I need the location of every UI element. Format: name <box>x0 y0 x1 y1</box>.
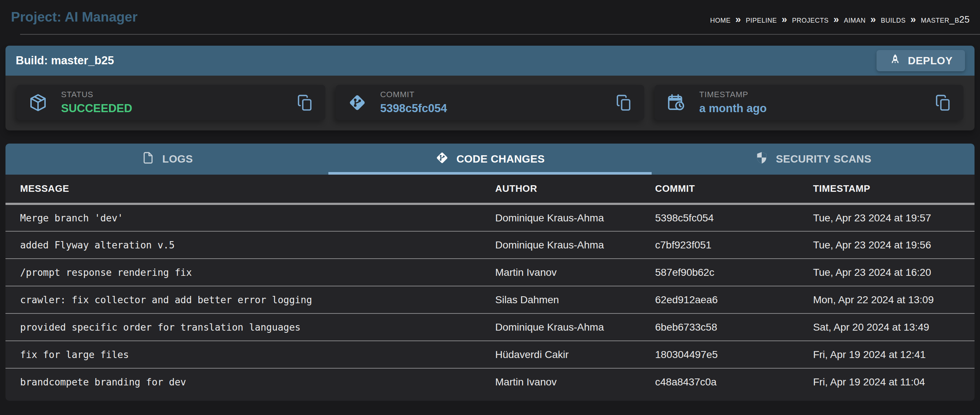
breadcrumb-pipeline[interactable]: pipeline <box>746 14 777 25</box>
cell-author: Dominique Kraus-Ahma <box>495 231 655 259</box>
table-row: provided specific order for translation … <box>5 314 975 341</box>
breadcrumb-separator: » <box>782 14 788 25</box>
copy-icon <box>296 94 314 111</box>
commit-value: 5398c5fc054 <box>380 102 447 115</box>
cell-timestamp: Fri, Apr 19 2024 at 11:04 <box>813 368 975 396</box>
cell-author: Martin Ivanov <box>495 368 655 396</box>
table-row: crawler: fix collector and add better er… <box>5 286 975 314</box>
deploy-button-label: DEPLOY <box>908 55 953 67</box>
copy-status-button[interactable] <box>296 94 314 111</box>
cell-timestamp: Tue, Apr 23 2024 at 19:57 <box>813 204 975 231</box>
breadcrumb-separator: » <box>870 14 876 25</box>
cell-timestamp: Mon, Apr 22 2024 at 13:09 <box>813 286 975 314</box>
tab-code-changes-label: CODE CHANGES <box>457 153 545 165</box>
document-icon <box>141 151 155 167</box>
cell-message: provided specific order for translation … <box>5 314 495 341</box>
timestamp-card: TIMESTAMP a month ago <box>655 85 964 120</box>
tab-logs-label: LOGS <box>162 153 193 165</box>
tab-logs[interactable]: LOGS <box>5 144 328 174</box>
git-branch-icon <box>435 151 449 167</box>
cell-timestamp: Tue, Apr 23 2024 at 16:20 <box>813 259 975 286</box>
breadcrumb-separator: » <box>834 14 839 25</box>
deploy-button[interactable]: DEPLOY <box>877 50 965 71</box>
timestamp-label: TIMESTAMP <box>699 90 767 99</box>
tab-bar: LOGS CODE CHANGES <box>5 144 975 174</box>
column-header-commit: COMMIT <box>655 174 813 204</box>
copy-icon <box>934 94 952 111</box>
cell-timestamp: Sat, Apr 20 2024 at 13:49 <box>813 314 975 341</box>
commits-table-header: MESSAGE AUTHOR COMMIT TIMESTAMP <box>5 174 975 204</box>
page-title: Project: AI Manager <box>11 10 137 25</box>
calendar-clock-icon <box>666 93 686 112</box>
tab-security-scans[interactable]: SECURITY SCANS <box>652 144 975 174</box>
cell-commit: 6beb6733c58 <box>655 314 813 341</box>
cell-message: added Flyway alteration v.5 <box>5 231 495 259</box>
cell-commit: 587ef90b62c <box>655 259 813 286</box>
copy-icon <box>615 94 633 111</box>
page-header: Project: AI Manager home » pipeline » pr… <box>0 0 980 25</box>
copy-timestamp-button[interactable] <box>934 94 952 111</box>
cell-commit: 5398c5fc054 <box>655 204 813 231</box>
breadcrumb-projects[interactable]: projects <box>792 14 829 25</box>
cell-message: /prompt response rendering fix <box>5 259 495 286</box>
status-card-text: STATUS SUCCEEDED <box>61 90 132 115</box>
package-icon <box>28 93 48 112</box>
cell-timestamp: Tue, Apr 23 2024 at 19:56 <box>813 231 975 259</box>
breadcrumb-current-build[interactable]: master_b25 <box>921 14 970 25</box>
cell-commit: 180304497e5 <box>655 341 813 368</box>
build-info-cards: STATUS SUCCEEDED <box>5 76 975 130</box>
breadcrumb-builds[interactable]: builds <box>881 14 906 25</box>
commits-table-container: MESSAGE AUTHOR COMMIT TIMESTAMP Merge br… <box>5 174 975 401</box>
timestamp-card-text: TIMESTAMP a month ago <box>699 90 767 115</box>
rocket-icon <box>889 53 901 68</box>
cell-author: Dominique Kraus-Ahma <box>495 204 655 231</box>
cell-commit: c48a8437c0a <box>655 368 813 396</box>
cell-commit: c7bf923f051 <box>655 231 813 259</box>
git-branch-icon <box>347 93 367 112</box>
breadcrumb-aiman[interactable]: aiman <box>844 14 866 25</box>
timestamp-value: a month ago <box>699 102 767 115</box>
cell-message: brandcompete branding for dev <box>5 368 495 396</box>
title-divider <box>20 34 980 35</box>
cell-author: Silas Dahmen <box>495 286 655 314</box>
cell-timestamp: Fri, Apr 19 2024 at 12:41 <box>813 341 975 368</box>
cell-author: Hüdaverdi Cakir <box>495 341 655 368</box>
copy-commit-button[interactable] <box>615 94 633 111</box>
commit-card-text: COMMIT 5398c5fc054 <box>380 90 447 115</box>
table-row: /prompt response rendering fix Martin Iv… <box>5 259 975 286</box>
breadcrumb: home » pipeline » projects » aiman » bui… <box>710 14 970 25</box>
status-label: STATUS <box>61 90 132 99</box>
shield-icon <box>755 151 768 167</box>
tab-security-scans-label: SECURITY SCANS <box>776 153 872 165</box>
breadcrumb-home[interactable]: home <box>710 14 730 25</box>
build-header-bar: Build: master_b25 DEPLOY <box>5 46 975 76</box>
table-row: fix for large files Hüdaverdi Cakir 1803… <box>5 341 975 368</box>
cell-message: Merge branch 'dev' <box>5 204 495 231</box>
build-title: Build: master_b25 <box>16 54 114 67</box>
table-row: Merge branch 'dev' Dominique Kraus-Ahma … <box>5 204 975 231</box>
commit-label: COMMIT <box>380 90 447 99</box>
breadcrumb-separator: » <box>910 14 916 25</box>
cell-message: crawler: fix collector and add better er… <box>5 286 495 314</box>
table-row: brandcompete branding for dev Martin Iva… <box>5 368 975 396</box>
cell-commit: 62ed912aea6 <box>655 286 813 314</box>
column-header-message: MESSAGE <box>5 174 495 204</box>
breadcrumb-separator: » <box>735 14 741 25</box>
build-section: Build: master_b25 DEPLOY <box>5 46 975 130</box>
column-header-timestamp: TIMESTAMP <box>813 174 975 204</box>
cell-message: fix for large files <box>5 341 495 368</box>
commit-card: COMMIT 5398c5fc054 <box>336 85 645 120</box>
column-header-author: AUTHOR <box>495 174 655 204</box>
cell-author: Martin Ivanov <box>495 259 655 286</box>
table-row: added Flyway alteration v.5 Dominique Kr… <box>5 231 975 259</box>
tab-code-changes[interactable]: CODE CHANGES <box>328 144 651 174</box>
cell-author: Dominique Kraus-Ahma <box>495 314 655 341</box>
commits-table: MESSAGE AUTHOR COMMIT TIMESTAMP Merge br… <box>5 174 975 396</box>
status-card: STATUS SUCCEEDED <box>16 85 325 120</box>
status-value: SUCCEEDED <box>61 102 132 115</box>
